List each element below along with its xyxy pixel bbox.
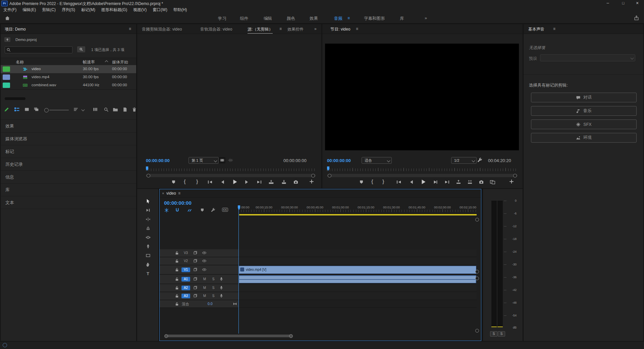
essential-sound-tab[interactable]: 基本声音	[528, 27, 544, 32]
workspace-overflow-icon[interactable]: »	[425, 16, 427, 20]
tab-editing[interactable]: 编辑	[264, 16, 272, 21]
voiceover-mic-icon[interactable]	[219, 294, 223, 298]
tab-effects[interactable]: 效果	[310, 16, 318, 21]
mark-out-icon[interactable]: }	[382, 179, 384, 184]
label-color-chip[interactable]	[3, 74, 10, 80]
solo-button[interactable]: S	[211, 277, 216, 282]
tab-history[interactable]: 历史记录	[1, 158, 136, 171]
track-header-a1[interactable]: A1 M S	[160, 275, 238, 284]
razor-tool-icon[interactable]	[145, 225, 151, 232]
track-target-v1[interactable]: V1	[181, 267, 190, 272]
tab-libraries-panel[interactable]: 库	[1, 184, 136, 196]
hscroll-handle-left[interactable]	[164, 334, 168, 338]
ambience-button[interactable]: 环境	[531, 133, 637, 143]
audio-gain-rubber-band[interactable]	[239, 279, 476, 280]
linked-selection-icon[interactable]	[186, 207, 193, 213]
lock-icon[interactable]	[175, 267, 179, 272]
rectangle-tool-icon[interactable]	[145, 252, 151, 259]
tab-source-monitor[interactable]: 源:（无剪辑）	[248, 27, 273, 34]
voiceover-mic-icon[interactable]	[219, 277, 223, 281]
menu-file[interactable]: 文件(F)	[3, 7, 16, 13]
icon-view-icon[interactable]	[23, 106, 30, 113]
column-framerate[interactable]: 帧速率	[83, 59, 95, 65]
sync-status-icon[interactable]	[3, 343, 7, 347]
lift-icon[interactable]	[456, 180, 461, 186]
mark-in-icon[interactable]: {	[371, 179, 373, 184]
find-icon[interactable]	[103, 106, 109, 113]
go-to-out-icon[interactable]	[257, 180, 262, 186]
hscroll-handle-right[interactable]	[289, 334, 293, 338]
timeline-tab[interactable]: video	[166, 191, 176, 196]
new-item-icon[interactable]	[121, 106, 128, 113]
tab-effects-panel[interactable]: 效果	[1, 120, 136, 133]
track-select-forward-tool-icon[interactable]	[145, 207, 151, 213]
settings-wrench-icon[interactable]	[477, 157, 482, 163]
keyframe-bowtie-icon[interactable]	[233, 302, 237, 306]
export-share-icon[interactable]	[634, 15, 639, 20]
toggle-track-output-eye-icon[interactable]	[202, 267, 207, 272]
track-target-a2[interactable]: A2	[181, 286, 190, 290]
solo-button[interactable]: S	[211, 286, 216, 290]
page-select-dropdown[interactable]: 第 1 页	[189, 157, 219, 164]
ripple-edit-tool-icon[interactable]	[145, 216, 151, 222]
master-gain-value[interactable]: 0.0	[208, 302, 213, 306]
source-ruler[interactable]	[146, 168, 316, 172]
column-media-start[interactable]: 媒体开始	[112, 59, 128, 65]
menu-window[interactable]: 窗口(W)	[153, 7, 167, 13]
extract-icon[interactable]	[467, 180, 473, 186]
timeline-panel-menu-icon[interactable]: ≡	[178, 191, 180, 196]
go-to-out-icon[interactable]	[444, 180, 450, 186]
source-timecode[interactable]: 00:00:00:00	[146, 158, 170, 163]
program-zoom-scrollbar[interactable]	[327, 174, 518, 177]
timeline-settings-wrench-icon[interactable]	[210, 207, 216, 213]
sync-lock-icon[interactable]	[193, 259, 198, 263]
scroll-handle-right[interactable]	[513, 174, 517, 178]
track-scroll-handle[interactable]	[475, 218, 479, 221]
music-button[interactable]: 音乐	[531, 106, 637, 116]
menu-sequence[interactable]: 序列(S)	[62, 7, 75, 13]
lock-icon[interactable]	[175, 286, 179, 290]
sfx-button[interactable]: SFX	[531, 119, 637, 129]
tab-markers[interactable]: 标记	[1, 145, 136, 158]
sync-lock-icon[interactable]	[193, 267, 198, 272]
toggle-track-output-eye-icon[interactable]	[202, 259, 207, 263]
close-sequence-icon[interactable]: ×	[162, 191, 164, 195]
add-marker-icon[interactable]	[171, 180, 176, 186]
search-input[interactable]	[5, 46, 72, 53]
timeline-hscroll-thumb[interactable]	[166, 335, 291, 337]
essential-panel-menu-icon[interactable]: ≡	[553, 27, 555, 31]
toggle-track-output-eye-icon[interactable]	[202, 251, 207, 255]
go-to-in-icon[interactable]	[207, 180, 213, 186]
source-group-overflow-icon[interactable]: »	[314, 27, 317, 31]
video-clip[interactable]: video.mp4 [V]	[239, 266, 476, 274]
button-editor-icon[interactable]	[509, 179, 514, 186]
track-lane-v1[interactable]: video.mp4 [V]	[239, 265, 477, 275]
add-marker-icon[interactable]	[199, 207, 206, 213]
type-tool-icon[interactable]: T	[145, 270, 151, 277]
add-marker-icon[interactable]	[359, 180, 364, 186]
track-header-v3[interactable]: V3	[160, 249, 238, 257]
tab-libraries[interactable]: 库	[400, 16, 404, 21]
workspace-menu-icon[interactable]: ≡	[347, 16, 350, 20]
mark-out-icon[interactable]: }	[196, 179, 198, 184]
pen-tool-icon[interactable]	[145, 243, 151, 250]
track-target-v2[interactable]: V2	[181, 259, 190, 263]
program-panel-menu-icon[interactable]: ≡	[356, 27, 358, 31]
button-editor-icon[interactable]	[309, 179, 314, 186]
new-bin-icon[interactable]	[112, 106, 119, 113]
menu-graphics[interactable]: 图形和标题(G)	[101, 7, 127, 13]
voiceover-mic-icon[interactable]	[219, 286, 223, 290]
captions-cc-icon[interactable]: CC	[222, 208, 228, 212]
solo-button[interactable]: S	[211, 294, 216, 298]
hand-tool-icon[interactable]	[145, 261, 151, 268]
track-lane-a2[interactable]	[239, 284, 477, 292]
project-panel-menu-icon[interactable]: ≡	[129, 27, 131, 31]
tab-audio-clip-mixer[interactable]: 音频剪辑混合器: video	[142, 27, 182, 32]
program-timecode[interactable]: 00:00:00:00	[327, 158, 351, 163]
program-tab[interactable]: 节目: video	[330, 27, 350, 32]
solo-left-button[interactable]: S	[490, 331, 497, 337]
track-lane-a1[interactable]	[239, 275, 477, 284]
tab-media-browser[interactable]: 媒体浏览器	[1, 133, 136, 145]
menu-view[interactable]: 视图(V)	[133, 7, 147, 13]
track-lane-v2[interactable]	[239, 257, 477, 265]
